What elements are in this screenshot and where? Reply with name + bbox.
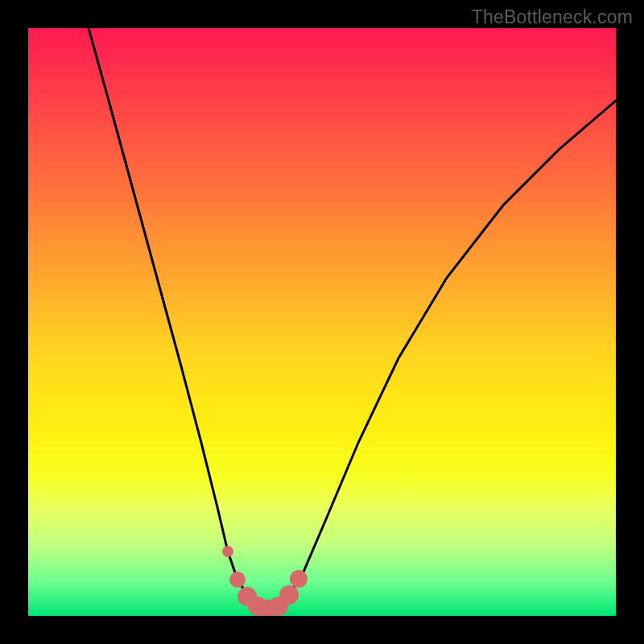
- watermark-text: TheBottleneck.com: [472, 6, 633, 28]
- chart-svg: [28, 28, 616, 616]
- bottleneck-curve: [89, 28, 616, 608]
- floor-marker-dot: [222, 546, 233, 557]
- floor-markers: [222, 546, 308, 616]
- floor-marker-dot: [279, 585, 299, 605]
- chart-frame: [28, 28, 616, 616]
- curve-path: [89, 28, 616, 608]
- floor-marker-dot: [290, 570, 308, 588]
- floor-marker-dot: [229, 572, 246, 588]
